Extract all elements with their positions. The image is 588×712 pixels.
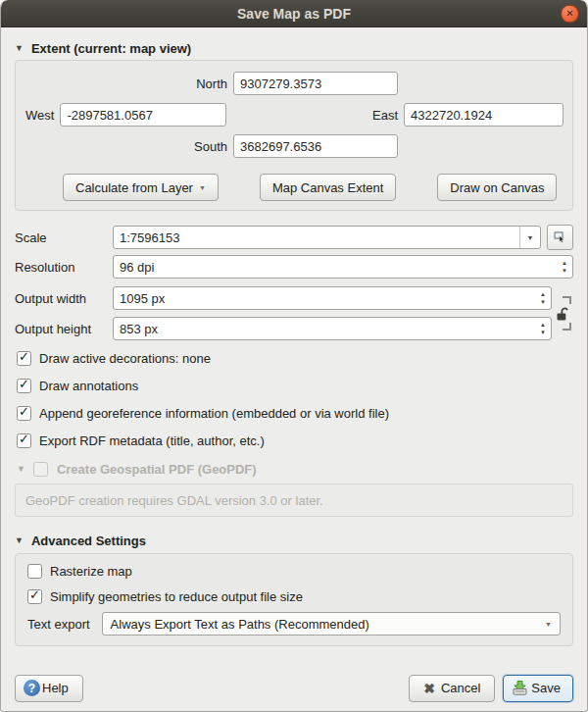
scale-label: Scale <box>15 230 113 245</box>
output-width-label: Output width <box>15 291 113 306</box>
scale-input[interactable] <box>113 226 541 249</box>
map-canvas-extent-button[interactable]: Map Canvas Extent <box>260 174 396 201</box>
titlebar[interactable]: Save Map as PDF ✕ <box>1 0 587 27</box>
checkbox-checked-icon[interactable]: ✓ <box>17 379 31 393</box>
extent-groupbox: North West East South Calculate from Lay… <box>15 60 573 211</box>
dialog-content: ▼ Extent (current: map view) North West … <box>1 27 587 711</box>
checkbox-checked-icon[interactable]: ✓ <box>17 433 31 448</box>
cancel-x-icon: ✖ <box>423 682 435 695</box>
text-export-value: Always Export Text as Paths (Recommended… <box>111 617 369 632</box>
west-label: West <box>25 108 54 123</box>
save-button[interactable]: Save <box>503 675 573 702</box>
resolution-row: Resolution ▲ ▼ <box>15 255 573 279</box>
checkbox-label[interactable]: Append georeference information (embedde… <box>39 406 389 421</box>
resolution-spinbox[interactable]: ▲ ▼ <box>113 255 573 279</box>
draw-on-canvas-button[interactable]: Draw on Canvas <box>437 174 557 201</box>
extent-buttons-row: Calculate from Layer ▼ Map Canvas Extent… <box>63 174 557 201</box>
unlocked-padlock-icon[interactable] <box>555 306 569 322</box>
geopdf-note-box: GeoPDF creation requires GDAL version 3.… <box>15 483 573 517</box>
link-bracket-top <box>563 296 571 304</box>
help-icon: ? <box>24 680 40 696</box>
dialog-footer: ? Help ✖ Cancel Save <box>15 674 573 702</box>
output-height-spinbox[interactable]: ▲ ▼ <box>113 317 552 340</box>
geopdf-label: Create Geospatial PDF (GeoPDF) <box>57 462 257 477</box>
checkbox-rasterize-map[interactable]: Rasterize map <box>27 564 561 580</box>
dropdown-arrow-icon: ▼ <box>199 184 206 191</box>
checkbox-checked-icon[interactable]: ✓ <box>17 406 31 421</box>
checkbox-label[interactable]: Draw active decorations: none <box>39 351 211 366</box>
checkbox-draw-annotations[interactable]: ✓ Draw annotations <box>17 378 573 394</box>
map-scale-pick-icon <box>554 229 566 246</box>
south-label: South <box>194 139 227 154</box>
checkbox-label[interactable]: Export RDF metadata (title, author, etc.… <box>39 433 265 448</box>
checkbox-export-rdf[interactable]: ✓ Export RDF metadata (title, author, et… <box>17 432 573 449</box>
north-input[interactable] <box>233 72 398 95</box>
cancel-button[interactable]: ✖ Cancel <box>409 675 495 702</box>
save-label: Save <box>531 681 561 695</box>
extent-west-row: West <box>25 103 226 127</box>
window-title: Save Map as PDF <box>237 6 351 22</box>
text-export-row: Text export Always Export Text as Paths … <box>27 612 561 636</box>
resolution-label: Resolution <box>15 260 113 275</box>
output-width-spinbox[interactable]: ▲ ▼ <box>113 286 552 310</box>
spin-down-icon[interactable]: ▼ <box>540 299 546 305</box>
dropdown-arrow-icon: ▼ <box>545 621 552 628</box>
spin-up-icon[interactable]: ▲ <box>540 322 546 328</box>
calculate-from-layer-button[interactable]: Calculate from Layer ▼ <box>63 174 219 201</box>
east-label: East <box>372 108 398 123</box>
extent-section-header[interactable]: ▼ Extent (current: map view) <box>15 40 573 56</box>
scale-combobox[interactable]: ▼ <box>113 226 541 249</box>
save-map-as-pdf-dialog: Save Map as PDF ✕ ▼ Extent (current: map… <box>0 0 588 712</box>
advanced-settings-groupbox: Rasterize map ✓ Simplify geometries to r… <box>15 553 573 646</box>
close-icon[interactable]: ✕ <box>561 4 579 23</box>
calculate-from-layer-label: Calculate from Layer <box>75 180 193 195</box>
geopdf-note-text: GeoPDF creation requires GDAL version 3.… <box>25 493 323 508</box>
help-label: Help <box>42 681 69 695</box>
collapse-triangle-icon: ▼ <box>17 465 25 474</box>
west-input[interactable] <box>60 103 226 127</box>
cancel-label: Cancel <box>441 681 480 695</box>
aspect-ratio-lock[interactable] <box>552 286 573 340</box>
north-label: North <box>196 76 227 91</box>
checkbox-append-georeference[interactable]: ✓ Append georeference information (embed… <box>17 405 573 422</box>
south-input[interactable] <box>233 134 398 158</box>
checkbox-label[interactable]: Rasterize map <box>50 564 132 579</box>
geopdf-checkbox-unchecked <box>33 462 48 477</box>
geopdf-section-header: ▼ Create Geospatial PDF (GeoPDF) <box>17 461 573 478</box>
output-size-rows: Output width ▲ ▼ Output height <box>15 286 573 340</box>
advanced-settings-label[interactable]: Advanced Settings <box>31 534 146 548</box>
spin-up-icon[interactable]: ▲ <box>540 291 546 297</box>
checkbox-unchecked-icon[interactable] <box>27 564 42 579</box>
checkbox-draw-decorations[interactable]: ✓ Draw active decorations: none <box>17 350 573 367</box>
spin-up-icon[interactable]: ▲ <box>562 260 567 266</box>
text-export-label: Text export <box>27 617 90 632</box>
spin-down-icon[interactable]: ▼ <box>562 268 567 274</box>
collapse-triangle-icon[interactable]: ▼ <box>15 44 24 53</box>
save-icon <box>512 680 528 696</box>
resolution-input[interactable] <box>113 255 573 279</box>
advanced-settings-header[interactable]: ▼ Advanced Settings <box>15 533 573 548</box>
draw-on-canvas-label: Draw on Canvas <box>450 180 544 195</box>
checkbox-label[interactable]: Draw annotations <box>39 379 138 393</box>
scale-row: Scale ▼ <box>15 225 573 248</box>
extent-header-label[interactable]: Extent (current: map view) <box>31 41 191 56</box>
link-bracket-bottom <box>563 323 571 331</box>
extent-south-row: South <box>135 134 398 158</box>
help-button[interactable]: ? Help <box>15 675 83 702</box>
set-scale-from-canvas-button[interactable] <box>547 225 573 250</box>
checkbox-simplify-geometries[interactable]: ✓ Simplify geometries to reduce output f… <box>27 589 561 605</box>
text-export-combobox[interactable]: Always Export Text as Paths (Recommended… <box>102 612 561 636</box>
checkbox-checked-icon[interactable]: ✓ <box>27 589 42 604</box>
collapse-triangle-icon[interactable]: ▼ <box>15 536 24 545</box>
extent-north-row: North <box>135 72 398 95</box>
output-height-input[interactable] <box>113 317 552 340</box>
output-width-input[interactable] <box>113 286 552 310</box>
extent-east-row: East <box>372 103 564 127</box>
checkbox-label[interactable]: Simplify geometries to reduce output fil… <box>50 589 303 604</box>
map-canvas-extent-label: Map Canvas Extent <box>272 180 383 195</box>
checkbox-checked-icon[interactable]: ✓ <box>17 351 31 366</box>
output-height-label: Output height <box>15 322 113 336</box>
spin-down-icon[interactable]: ▼ <box>540 330 546 335</box>
east-input[interactable] <box>404 103 564 127</box>
scale-dropdown-icon[interactable]: ▼ <box>519 227 540 248</box>
